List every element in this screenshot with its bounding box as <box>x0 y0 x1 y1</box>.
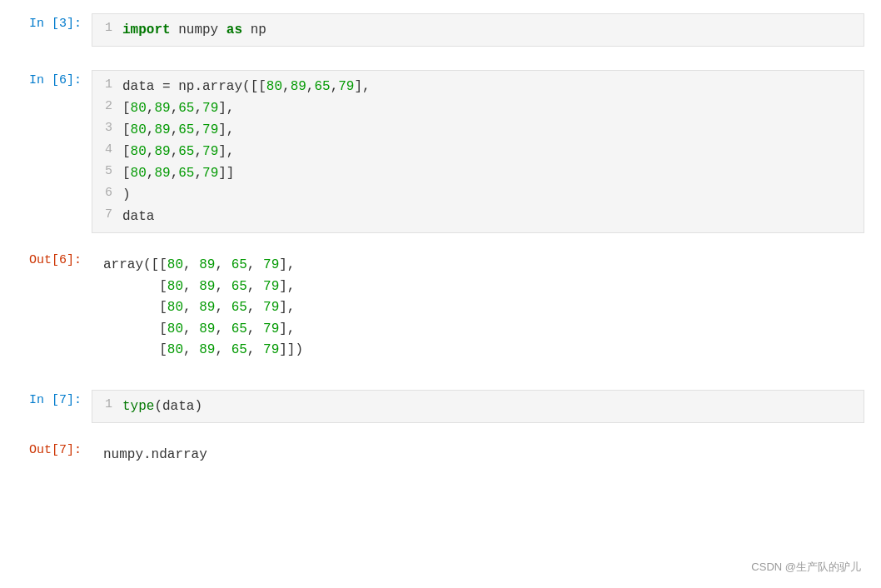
cell-label-in6: In [6]: <box>0 70 92 87</box>
out-content-7: numpy.ndarray <box>92 440 864 471</box>
watermark: CSDN @生产队的驴儿 <box>751 560 861 575</box>
cell-out6: Out[6]: array([[80, 89, 65, 79], [80, 89… <box>0 245 881 371</box>
line-content: [80,89,65,79], <box>122 120 234 140</box>
notebook: In [3]: 1 import numpy as np In [6]: 1 d… <box>0 0 881 588</box>
line-content: [80,89,65,79], <box>122 142 234 162</box>
cell-out7: Out[7]: numpy.ndarray <box>0 435 881 476</box>
code-line: 1 type(data) <box>92 396 864 417</box>
cell-in3: In [3]: 1 import numpy as np <box>0 8 881 52</box>
line-content: data = np.array([[80,89,65,79], <box>122 77 371 97</box>
line-num: 3 <box>92 120 122 135</box>
line-num: 6 <box>92 185 122 200</box>
cell-code-in7[interactable]: 1 type(data) <box>92 390 864 423</box>
line-num: 5 <box>92 163 122 178</box>
line-num: 1 <box>92 396 122 411</box>
line-content: import numpy as np <box>122 20 266 40</box>
code-line: 2 [80,89,65,79], <box>92 97 864 119</box>
cell-code-in3[interactable]: 1 import numpy as np <box>92 13 864 47</box>
cell-code-in6[interactable]: 1 data = np.array([[80,89,65,79], 2 [80,… <box>92 70 864 233</box>
line-content: [80,89,65,79], <box>122 98 234 118</box>
code-line: 3 [80,89,65,79], <box>92 119 864 141</box>
code-line: 1 import numpy as np <box>92 19 864 41</box>
cell-in7: In [7]: 1 type(data) <box>0 385 881 428</box>
cell-in6: In [6]: 1 data = np.array([[80,89,65,79]… <box>0 65 881 238</box>
cell-label-in7: In [7]: <box>0 390 92 407</box>
out-content-6: array([[80, 89, 65, 79], [80, 89, 65, 79… <box>92 250 864 366</box>
code-line: 6 ) <box>92 184 864 206</box>
code-line: 4 [80,89,65,79], <box>92 141 864 162</box>
line-num: 4 <box>92 142 122 157</box>
code-line: 5 [80,89,65,79]] <box>92 162 864 184</box>
code-line: 1 data = np.array([[80,89,65,79], <box>92 76 864 97</box>
line-num: 7 <box>92 207 122 222</box>
code-line: 7 data <box>92 206 864 227</box>
line-num: 1 <box>92 77 122 92</box>
cell-label-out6: Out[6]: <box>0 250 92 267</box>
cell-label-in3: In [3]: <box>0 13 92 31</box>
cell-label-out7: Out[7]: <box>0 440 92 457</box>
line-content: ) <box>122 185 131 205</box>
line-content: type(data) <box>122 396 202 416</box>
line-num: 1 <box>92 20 122 35</box>
line-content: data <box>122 207 154 227</box>
line-num: 2 <box>92 98 122 113</box>
line-content: [80,89,65,79]] <box>122 163 234 183</box>
